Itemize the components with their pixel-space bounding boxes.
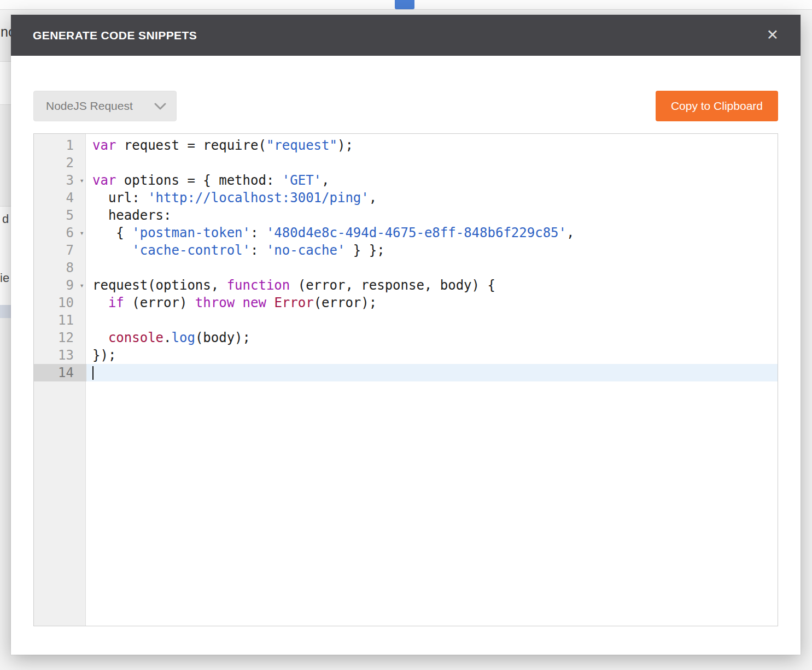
code-line[interactable]: 10 if (error) throw new Error(error); — [34, 294, 778, 312]
code-line[interactable]: 12 console.log(body); — [34, 329, 778, 346]
line-number: 14 — [34, 364, 86, 381]
code-line[interactable]: 5 headers: — [34, 207, 778, 224]
line-number: 11 — [34, 312, 86, 329]
fold-marker-icon[interactable]: ▾ — [80, 224, 84, 242]
code-line[interactable]: 1var request = require("request"); — [34, 137, 778, 154]
line-number: 9▾ — [34, 277, 86, 294]
code-text: console.log(body); — [86, 329, 778, 346]
line-number: 5 — [34, 207, 86, 224]
code-editor[interactable]: 1var request = require("request");23▾var… — [33, 133, 778, 626]
line-number: 4 — [34, 189, 86, 207]
code-line[interactable]: 9▾request(options, function (error, resp… — [34, 277, 778, 294]
modal-title: GENERATE CODE SNIPPETS — [33, 29, 197, 42]
code-line[interactable]: 13}); — [34, 346, 778, 364]
code-text: 'cache-control': 'no-cache' } }; — [86, 242, 778, 259]
background-text-fragment: d — [2, 212, 9, 226]
code-line[interactable]: 8 — [34, 259, 778, 277]
code-text: var request = require("request"); — [86, 137, 778, 154]
code-line[interactable]: 2 — [34, 154, 778, 172]
code-line[interactable]: 3▾var options = { method: 'GET', — [34, 172, 778, 189]
background-blue-button-fragment — [395, 0, 414, 9]
copy-to-clipboard-button[interactable]: Copy to Clipboard — [656, 91, 778, 121]
code-line[interactable]: 4 url: 'http://localhost:3001/ping', — [34, 189, 778, 207]
line-number: 8 — [34, 259, 86, 277]
language-dropdown-value: NodeJS Request — [46, 99, 133, 113]
text-cursor — [92, 366, 94, 380]
chevron-down-icon — [154, 103, 166, 110]
toolbar: NodeJS Request Copy to Clipboard — [33, 91, 778, 121]
code-text — [86, 259, 778, 277]
modal-header: GENERATE CODE SNIPPETS ✕ — [11, 15, 801, 56]
line-number: 6▾ — [34, 224, 86, 242]
code-text — [86, 154, 778, 172]
code-line[interactable]: 11 — [34, 312, 778, 329]
fold-marker-icon[interactable]: ▾ — [80, 277, 84, 294]
generate-code-snippets-modal: GENERATE CODE SNIPPETS ✕ NodeJS Request … — [11, 15, 801, 655]
background-panel-fragment — [0, 61, 11, 105]
code-text: var options = { method: 'GET', — [86, 172, 778, 189]
code-text: }); — [86, 346, 778, 364]
code-line[interactable]: 14 — [34, 364, 778, 381]
code-text: if (error) throw new Error(error); — [86, 294, 778, 312]
code-text — [86, 364, 778, 381]
close-icon[interactable]: ✕ — [766, 28, 779, 43]
code-line[interactable]: 6▾ { 'postman-token': '480d4e8c-494d-467… — [34, 224, 778, 242]
modal-body: NodeJS Request Copy to Clipboard 1var re… — [11, 56, 801, 655]
line-number: 3▾ — [34, 172, 86, 189]
code-text: { 'postman-token': '480d4e8c-494d-4675-e… — [86, 224, 778, 242]
code-text: headers: — [86, 207, 778, 224]
line-number: 13 — [34, 346, 86, 364]
line-number: 10 — [34, 294, 86, 312]
background-text-fragment: ie — [0, 271, 9, 285]
background-selected-row-fragment — [0, 305, 11, 318]
line-number: 12 — [34, 329, 86, 346]
language-dropdown[interactable]: NodeJS Request — [33, 91, 177, 121]
code-text — [86, 312, 778, 329]
code-text: request(options, function (error, respon… — [86, 277, 778, 294]
line-number: 7 — [34, 242, 86, 259]
line-number: 2 — [34, 154, 86, 172]
fold-marker-icon[interactable]: ▾ — [80, 172, 84, 189]
code-lines: 1var request = require("request");23▾var… — [34, 134, 778, 381]
code-text: url: 'http://localhost:3001/ping', — [86, 189, 778, 207]
line-number: 1 — [34, 137, 86, 154]
code-line[interactable]: 7 'cache-control': 'no-cache' } }; — [34, 242, 778, 259]
